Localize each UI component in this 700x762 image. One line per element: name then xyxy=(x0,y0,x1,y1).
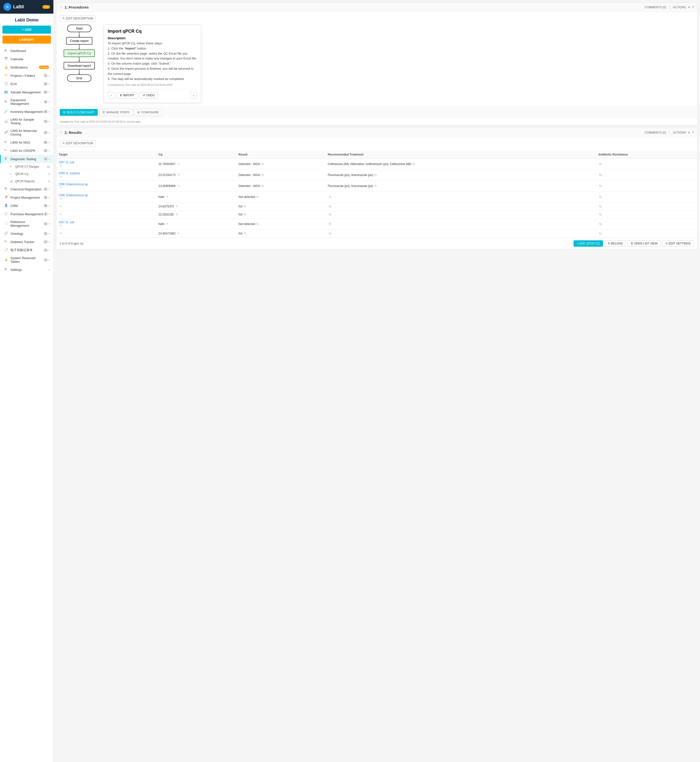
sidebar-subitem-qpcr-ct[interactable]: ✕ QPCR CT Ranges 18 xyxy=(0,163,53,171)
treatment-refresh-icon[interactable]: ↻ xyxy=(374,173,377,177)
sidebar-subitem-qpcr-cq[interactable]: ∿ QPCR Cq 0 xyxy=(0,171,53,178)
flow-node-end[interactable]: End xyxy=(67,74,91,82)
antibiotic-refresh-icon[interactable]: ↻ xyxy=(599,173,602,177)
result-refresh-icon[interactable]: ↻ xyxy=(256,222,259,226)
more-options-button[interactable]: ⋮ xyxy=(668,6,671,9)
result-refresh-icon[interactable]: ↻ xyxy=(244,232,247,235)
add-qpcr-cq-button[interactable]: + ADD QPCR CQ xyxy=(573,240,603,247)
treatment-refresh-icon[interactable]: ↻ xyxy=(329,222,332,226)
sidebar-item-project-mgmt[interactable]: 📌 Project Management 3 ▾ xyxy=(0,193,53,202)
sidebar-item-settings[interactable]: ⚙ Settings ▾ xyxy=(0,266,53,274)
antibiotic-refresh-icon[interactable]: ↻ xyxy=(599,162,602,166)
antibiotic-refresh-icon[interactable]: ↻ xyxy=(599,205,602,208)
drag-handle[interactable]: ⠿ xyxy=(60,131,62,135)
popup-next-button[interactable]: › xyxy=(190,92,197,99)
flow-node-download[interactable]: Download report xyxy=(64,62,95,69)
target-edit-icon[interactable]: ✎ xyxy=(60,224,62,227)
sidebar-item-diabetes[interactable]: ✳ Diabetes Tracker 1 ▾ xyxy=(0,238,53,246)
sidebar-item-sample[interactable]: 👥 Sample Management 6 ▾ xyxy=(0,88,53,96)
popup-undo-button[interactable]: ↺ UNDO xyxy=(139,92,158,99)
sidebar-item-elec-lab[interactable]: 📝 电子实验记录本 1 ▾ xyxy=(0,246,53,254)
sidebar-item-inventory[interactable]: 🧪 Inventory Management 6 ▾ xyxy=(0,108,53,116)
treatment-refresh-icon[interactable]: ↻ xyxy=(329,205,332,208)
sidebar-item-ontology[interactable]: 🔗 Ontology 1 ▾ xyxy=(0,229,53,238)
antibiotic-refresh-icon[interactable]: ↻ xyxy=(599,184,602,188)
add-button[interactable]: + ADD xyxy=(2,26,51,34)
cq-edit-icon[interactable]: ✎ xyxy=(177,232,180,235)
sidebar-item-lims-ngs[interactable]: ⟳ LIMS for NGS 6 ▾ xyxy=(0,138,53,147)
results-close-button[interactable]: ✕ xyxy=(688,131,690,134)
sidebar-item-notifications[interactable]: 🔔 Notifications 3 new xyxy=(0,63,53,71)
build-flowchart-button[interactable]: ⚙ BUILD FLOWCHART xyxy=(60,109,98,116)
target-edit-icon[interactable]: ✎ xyxy=(60,186,62,189)
target-edit-icon[interactable]: ✎ xyxy=(60,232,62,235)
sidebar-item-purchase[interactable]: 🛒 Purchase Management 2 ▾ xyxy=(0,210,53,218)
target-link[interactable]: CR8: Enterococcus sp xyxy=(59,183,88,186)
result-refresh-icon[interactable]: ↻ xyxy=(261,162,264,166)
edit-description-button[interactable]: ✎ EDIT DESCRIPTION xyxy=(60,16,96,22)
sidebar-item-eln[interactable]: 📋 ELN 5 ▾ xyxy=(0,80,53,88)
result-refresh-icon[interactable]: ↻ xyxy=(244,213,247,216)
target-link[interactable]: CR7: E. coli xyxy=(59,161,74,164)
flow-node-create-report[interactable]: Create report xyxy=(66,37,93,45)
results-more-options-button[interactable]: ⋮ xyxy=(668,131,671,134)
help-button[interactable]: ? xyxy=(692,6,694,9)
sidebar-item-chem-reg[interactable]: ⚗ Chemical Registration 1 ▾ xyxy=(0,185,53,193)
target-link[interactable]: CR7: E. coli xyxy=(59,221,74,224)
result-refresh-icon[interactable]: ↻ xyxy=(244,205,247,208)
treatment-refresh-icon[interactable]: ↻ xyxy=(374,184,377,188)
flow-node-import[interactable]: Import qPCR Cq xyxy=(64,50,95,57)
flow-node-start[interactable]: Start xyxy=(67,25,91,32)
sidebar-item-diagnostic[interactable]: ⚙ Diagnostic Testing 3 ▾ xyxy=(0,155,53,163)
sidebar-item-calendar[interactable]: 📅 Calendar xyxy=(0,55,53,63)
result-refresh-icon[interactable]: ↻ xyxy=(261,184,264,188)
sidebar-item-equipment[interactable]: ⚙ Equipment Management 4 ▾ xyxy=(0,96,53,108)
treatment-refresh-icon[interactable]: ↻ xyxy=(329,232,332,235)
sidebar-subitem-qpcr-reports[interactable]: 📊 QPCR Reports 0 xyxy=(0,178,53,185)
cq-edit-icon[interactable]: ✎ xyxy=(177,162,180,166)
sidebar-item-crm[interactable]: 👤 CRM 8 ▾ xyxy=(0,202,53,210)
cq-edit-icon[interactable]: ✎ xyxy=(176,213,178,216)
treatment-refresh-icon[interactable]: ↻ xyxy=(329,195,332,199)
popup-prev-button[interactable]: ‹ xyxy=(108,92,114,99)
antibiotic-refresh-icon[interactable]: ↻ xyxy=(599,213,602,216)
cq-edit-icon[interactable]: ✎ xyxy=(176,205,178,208)
sidebar-item-projects[interactable]: 📁 Projects / Folders 1 ▾ xyxy=(0,71,53,80)
cq-edit-icon[interactable]: ✎ xyxy=(166,195,169,199)
cq-edit-icon[interactable]: ✎ xyxy=(166,222,169,226)
target-edit-icon[interactable]: ✎ xyxy=(60,164,62,167)
sidebar-item-lims-testing[interactable]: 🔬 LIMS for Sample Testing 3 ▾ xyxy=(0,116,53,127)
cq-edit-icon[interactable]: ✎ xyxy=(177,184,180,188)
target-edit-icon[interactable]: ✎ xyxy=(60,213,62,216)
treatment-refresh-icon[interactable]: ↻ xyxy=(412,162,415,166)
configure-button[interactable]: ⚙ CONFIGURE xyxy=(134,109,162,116)
sidebar-item-ref-mgmt[interactable]: 📄 Reference Management 1 ▾ xyxy=(0,218,53,229)
sidebar-item-lims-cloning[interactable]: 🧬 LIMS for Molecular Cloning 5 ▾ xyxy=(0,127,53,138)
results-edit-description-button[interactable]: ✎ EDIT DESCRIPTION xyxy=(60,140,96,147)
popup-import-button[interactable]: ⬆ IMPORT xyxy=(117,92,138,99)
actions-button[interactable]: ACTIONS xyxy=(673,6,686,9)
close-button[interactable]: ✕ xyxy=(688,6,690,9)
manage-steps-button[interactable]: ☰ MANAGE STEPS xyxy=(99,109,133,116)
results-comments-button[interactable]: COMMENTS (0) xyxy=(645,131,666,134)
target-edit-icon[interactable]: ✎ xyxy=(60,197,62,200)
target-link[interactable]: CR8: Enterococcus sp xyxy=(59,194,88,197)
cq-edit-icon[interactable]: ✎ xyxy=(177,173,180,177)
sidebar-item-lims-crispr[interactable]: ✂ LIMS for CRISPR 2 ▾ xyxy=(0,147,53,155)
result-refresh-icon[interactable]: ↻ xyxy=(256,195,259,199)
edit-settings-button[interactable]: ✎ EDIT SETTINGS xyxy=(662,240,694,247)
target-edit-icon[interactable]: ✎ xyxy=(60,175,62,178)
drag-handle[interactable]: ⠿ xyxy=(60,5,62,9)
antibiotic-refresh-icon[interactable]: ↻ xyxy=(599,222,602,226)
target-edit-icon[interactable]: ✎ xyxy=(60,205,62,208)
results-help-button[interactable]: ? xyxy=(692,131,694,134)
gpt-button[interactable]: LABIIGPT xyxy=(2,36,51,44)
sidebar-item-dashboard[interactable]: ⊞ Dashboard xyxy=(0,47,53,55)
reload-button[interactable]: ↻ RELOAD xyxy=(605,240,626,247)
treatment-refresh-icon[interactable]: ↻ xyxy=(329,213,332,216)
results-actions-button[interactable]: ACTIONS xyxy=(673,131,686,134)
comments-button[interactable]: COMMENTS (0) xyxy=(645,6,666,9)
sidebar-item-sys-tables[interactable]: 🔒 System Reserved Tables 1 ▾ xyxy=(0,254,53,266)
result-refresh-icon[interactable]: ↻ xyxy=(261,173,264,177)
antibiotic-refresh-icon[interactable]: ↻ xyxy=(599,195,602,199)
